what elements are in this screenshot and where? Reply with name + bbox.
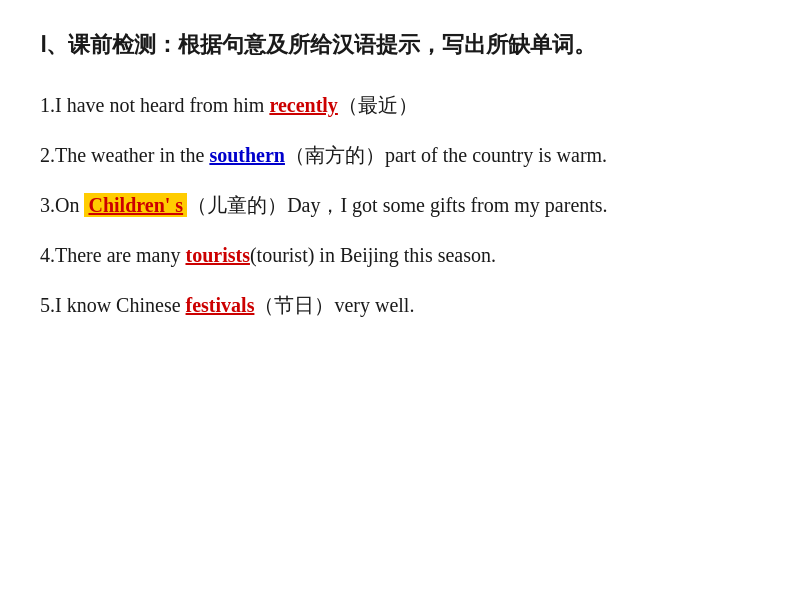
q5-prefix: 5.I know Chinese <box>40 294 186 316</box>
q1-answer: recently <box>269 94 338 116</box>
q2-answer: southern <box>209 144 285 166</box>
question-1: 1.I have not heard from him recently（最近） <box>40 89 754 121</box>
question-3: 3.On Children' s（儿童的）Day，I got some gift… <box>40 189 754 221</box>
page: Ⅰ、课前检测：根据句意及所给汉语提示，写出所缺单词。 1.I have not … <box>0 0 794 596</box>
q2-prefix: 2.The weather in the <box>40 144 209 166</box>
page-title: Ⅰ、课前检测：根据句意及所给汉语提示，写出所缺单词。 <box>40 30 754 61</box>
q3-prefix: 3.On <box>40 194 84 216</box>
q5-answer: festivals <box>186 294 255 316</box>
q1-suffix: （最近） <box>338 94 418 116</box>
q1-prefix: 1.I have not heard from him <box>40 94 269 116</box>
question-2: 2.The weather in the southern（南方的）part o… <box>40 139 754 171</box>
q3-answer: Children' s <box>84 193 187 217</box>
question-4: 4.There are many tourists(tourist) in Be… <box>40 239 754 271</box>
q2-suffix: （南方的）part of the country is warm. <box>285 144 607 166</box>
q4-answer: tourists <box>185 244 249 266</box>
q5-suffix: （节日）very well. <box>254 294 414 316</box>
question-5: 5.I know Chinese festivals（节日）very well. <box>40 289 754 321</box>
q4-prefix: 4.There are many <box>40 244 185 266</box>
q4-suffix: (tourist) in Beijing this season. <box>250 244 496 266</box>
q3-suffix: （儿童的）Day，I got some gifts from my parent… <box>187 194 608 216</box>
